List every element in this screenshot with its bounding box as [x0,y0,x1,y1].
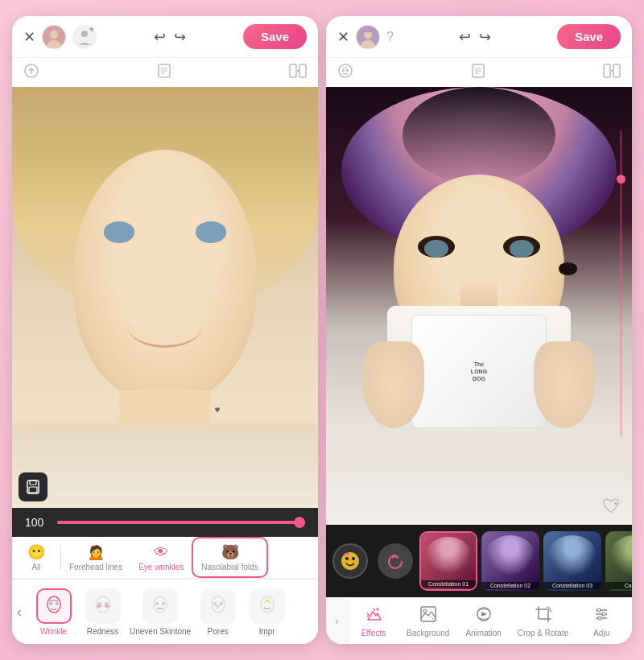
left-avatar2 [72,25,97,49]
svg-point-40 [342,69,345,72]
right-undo-button[interactable]: ↩ [459,30,471,44]
svg-point-19 [49,602,52,605]
right-filmstrip-container: Constellation 01 Constellation 02 Conste… [326,525,632,597]
feature-pores[interactable]: Pores [196,588,240,636]
right-pink-slider-dot[interactable] [617,175,625,184]
left-close-button[interactable]: ✕ [23,30,35,44]
left-features-row: Wrinkle Redness [27,580,294,644]
svg-point-1 [50,30,58,39]
nav-effects[interactable]: Effects [349,599,398,644]
svg-rect-56 [539,609,548,619]
tab-forehead[interactable]: 🙍 Forehead lines [61,538,130,576]
svg-point-50 [352,557,355,560]
right-save-button[interactable]: Save [557,24,621,49]
left-back-arrow[interactable]: ‹ [12,584,27,640]
svg-point-51 [377,608,379,610]
thumb-camo[interactable]: Camo... [605,531,632,591]
right-bottom-nav: ‹ Effects [326,597,632,644]
right-redo-button[interactable]: ↪ [479,30,491,44]
svg-point-25 [105,604,109,608]
nav-background[interactable]: Background [398,599,457,644]
svg-rect-13 [290,64,296,77]
svg-point-28 [162,602,165,605]
svg-point-4 [81,31,88,37]
right-compare-icon[interactable] [603,64,621,81]
svg-point-41 [346,69,349,72]
right-toolbar [326,58,632,87]
right-sticker-btn[interactable] [326,543,374,579]
feature-redness[interactable]: Redness [80,588,125,636]
tab-nasolabial[interactable]: 🐻 Nasolabial folds [192,537,268,578]
svg-point-31 [220,602,223,605]
right-back-arrow[interactable]: ‹ [326,598,349,644]
right-close-button[interactable]: ✕ [337,30,349,44]
left-tabs-row: 😶 All 🙍 Forehead lines 👁 Eye wrinkles 🐻 … [12,537,318,579]
left-avatar [42,25,66,49]
nav-crop-rotate[interactable]: Crop & Rotate [510,599,576,644]
left-save-button[interactable]: Save [243,24,307,49]
svg-point-33 [218,604,220,606]
right-heart-btn[interactable] [598,493,624,518]
right-avatar [356,25,380,49]
svg-point-27 [155,602,159,605]
left-save-icon-btn[interactable] [19,472,47,501]
svg-rect-14 [299,64,306,77]
svg-rect-46 [604,64,610,77]
svg-point-20 [56,602,59,605]
left-image-area: ♥ [12,87,318,508]
left-redo-button[interactable]: ↪ [174,30,186,44]
svg-point-30 [213,602,217,605]
right-document-icon[interactable] [471,63,485,82]
right-phone: ✕ ? ↩ ↪ Save [326,16,632,644]
left-hand-icon[interactable] [23,63,39,82]
left-compare-icon[interactable] [289,64,307,81]
thumb-constellation-03[interactable]: Constellation 03 [543,531,601,591]
right-face-icon[interactable] [337,63,353,82]
right-question-icon: ? [386,30,394,44]
svg-point-32 [216,605,217,607]
tab-eye-wrinkles[interactable]: 👁 Eye wrinkles [130,539,192,576]
slider-track[interactable] [57,521,305,524]
svg-rect-47 [613,64,620,77]
tab-all[interactable]: 😶 All [12,538,60,576]
svg-point-49 [345,557,349,560]
thumb-constellation-02[interactable]: Constellation 02 [481,531,539,591]
svg-point-62 [598,617,601,620]
feature-uneven[interactable]: Uneven Skintone [130,588,191,636]
left-top-bar: ✕ [12,16,318,58]
svg-point-60 [597,608,601,612]
slider-value: 100 [25,516,49,529]
svg-point-61 [602,613,605,616]
left-slider-area: 100 [12,508,318,537]
left-phone: ✕ [12,16,318,644]
feature-impr[interactable]: Impr [245,588,289,636]
svg-point-24 [97,604,101,608]
right-nav-items: Effects Background [349,599,632,644]
feature-wrinkle[interactable]: Wrinkle [31,588,76,636]
left-features-container: ‹ Wrinkle [12,579,318,644]
thumb-constellation-01[interactable]: Constellation 01 [419,531,477,591]
left-document-icon[interactable] [157,63,171,82]
right-image-area: TheLONGDOG [326,87,632,525]
right-top-bar: ✕ ? ↩ ↪ Save [326,16,632,58]
left-undo-button[interactable]: ↩ [154,30,166,44]
right-thumbnails: Constellation 01 Constellation 02 Conste… [416,531,632,591]
left-toolbar [12,58,318,87]
svg-point-34 [217,607,219,608]
nav-adjust[interactable]: Adju [576,599,626,644]
svg-point-39 [339,64,352,77]
svg-rect-17 [29,487,37,493]
right-reset-btn[interactable] [374,543,416,579]
nav-animation[interactable]: Animation [457,599,509,644]
